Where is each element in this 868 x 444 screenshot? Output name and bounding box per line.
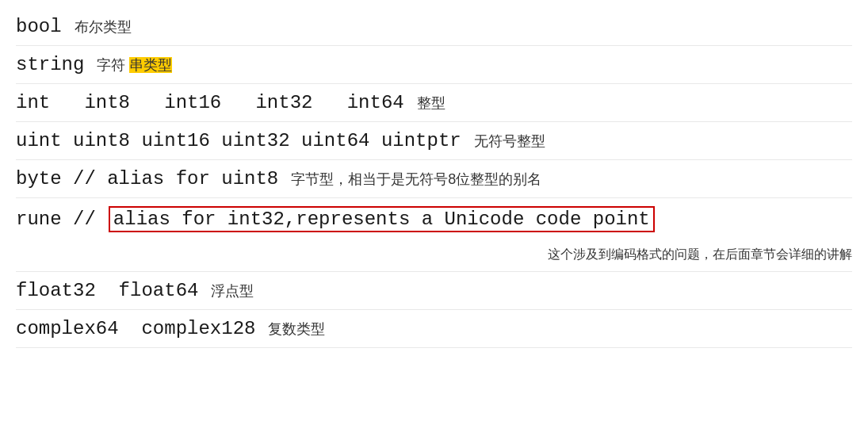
bool-desc: 布尔类型	[75, 17, 132, 36]
byte-code: byte // alias for uint8	[16, 168, 278, 189]
complex-row: complex64 complex128 复数类型	[16, 310, 852, 348]
float-code: float32 float64	[16, 280, 198, 301]
rune-desc: 这个涉及到编码格式的问题，在后面章节会详细的讲解	[548, 247, 852, 263]
rune-sub-desc: 这个涉及到编码格式的问题，在后面章节会详细的讲解	[16, 245, 852, 263]
string-desc: 字符 串类型	[97, 56, 172, 75]
string-row: string 字符 串类型	[16, 46, 852, 84]
uint-desc: 无符号整型	[474, 132, 545, 151]
complex-code: complex64 complex128	[16, 318, 255, 339]
float-row: float32 float64 浮点型	[16, 272, 852, 310]
float-desc: 浮点型	[211, 281, 254, 300]
uint-code: uint uint8 uint16 uint32 uint64 uintptr	[16, 130, 461, 151]
string-highlight: 串类型	[129, 57, 172, 73]
rune-code-prefix: rune //	[16, 209, 96, 230]
rune-code-box: alias for int32,represents a Unicode cod…	[109, 206, 655, 232]
string-code: string	[16, 54, 84, 75]
bool-row: bool 布尔类型	[16, 8, 852, 46]
int-row: int int8 int16 int32 int64 整型	[16, 84, 852, 122]
complex-desc: 复数类型	[268, 320, 325, 339]
rune-row: rune // alias for int32,represents a Uni…	[16, 198, 852, 272]
byte-row: byte // alias for uint8 字节型，相当于是无符号8位整型的…	[16, 160, 852, 198]
int-desc: 整型	[417, 94, 445, 113]
int-code: int int8 int16 int32 int64	[16, 92, 404, 113]
uint-row: uint uint8 uint16 uint32 uint64 uintptr …	[16, 122, 852, 160]
byte-desc: 字节型，相当于是无符号8位整型的别名	[291, 170, 541, 189]
bool-code: bool	[16, 16, 62, 37]
